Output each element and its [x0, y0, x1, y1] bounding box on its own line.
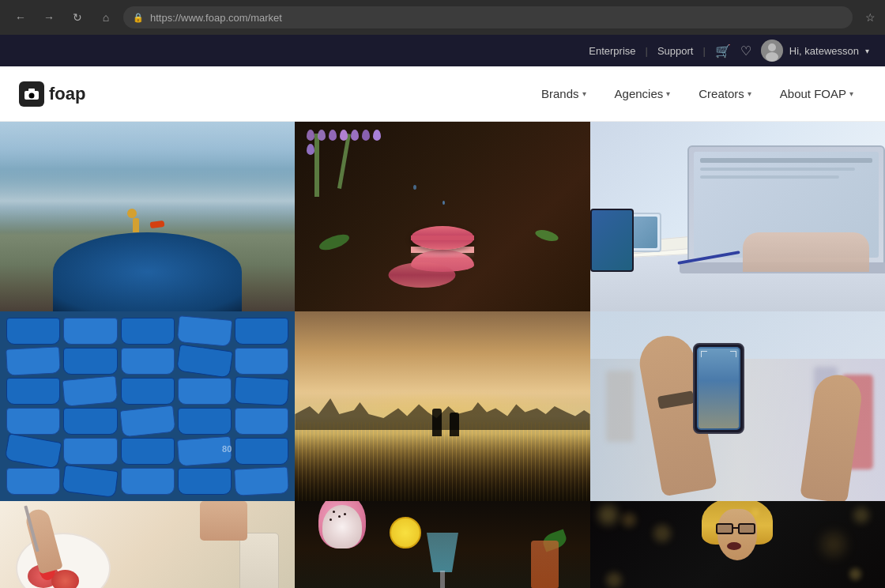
- support-link[interactable]: Support: [657, 45, 694, 57]
- photo-2-macarons[interactable]: [295, 122, 589, 311]
- photo-8-cocktails[interactable]: [295, 501, 589, 588]
- agencies-chevron: ▾: [666, 89, 670, 98]
- brands-label: Brands: [541, 87, 579, 100]
- about-chevron: ▾: [849, 89, 853, 98]
- url-display: https://www.foap.com/market: [150, 12, 843, 24]
- user-dropdown-icon: ▾: [865, 47, 869, 55]
- logo[interactable]: foap: [19, 81, 85, 107]
- photo-6-woman-phone[interactable]: [590, 311, 885, 501]
- photo-grid: 80: [0, 122, 885, 588]
- svg-rect-5: [28, 89, 35, 92]
- reload-button[interactable]: ↻: [66, 6, 88, 28]
- photo-3-laptop[interactable]: [590, 122, 885, 311]
- svg-point-2: [766, 52, 778, 62]
- about-label: About FOAP: [780, 87, 846, 100]
- creators-label: Creators: [699, 87, 744, 100]
- main-nav: foap Brands ▾ Agencies ▾ Creators ▾ Abou…: [0, 66, 885, 122]
- nav-links: Brands ▾ Agencies ▾ Creators ▾ About FOA…: [529, 81, 866, 107]
- svg-point-1: [768, 43, 776, 51]
- wishlist-icon[interactable]: ♡: [740, 43, 751, 58]
- nav-brands[interactable]: Brands ▾: [529, 81, 599, 107]
- photo-5-cityscape[interactable]: [295, 311, 589, 501]
- address-bar[interactable]: 🔒 https://www.foap.com/market: [123, 6, 853, 28]
- svg-point-4: [29, 92, 35, 98]
- avatar: [761, 40, 783, 62]
- home-button[interactable]: ⌂: [95, 6, 117, 28]
- nav-agencies[interactable]: Agencies ▾: [602, 81, 684, 107]
- photo-7-food-prep[interactable]: [0, 501, 295, 588]
- browser-chrome: ← → ↻ ⌂ 🔒 https://www.foap.com/market ☆: [0, 0, 885, 35]
- agencies-label: Agencies: [615, 87, 664, 100]
- cart-icon[interactable]: 🛒: [715, 43, 731, 58]
- utility-bar: Enterprise | Support | 🛒 ♡ Hi, katewesso…: [0, 35, 885, 66]
- back-button[interactable]: ←: [9, 6, 32, 28]
- divider-2: |: [702, 45, 705, 57]
- forward-button[interactable]: →: [38, 6, 60, 28]
- url-path: market: [250, 12, 282, 24]
- user-greeting-text: Hi, katewesson: [789, 45, 859, 57]
- creators-chevron: ▾: [748, 89, 751, 98]
- logo-text: foap: [49, 84, 85, 104]
- brands-chevron: ▾: [582, 89, 586, 98]
- bookmark-star-icon[interactable]: ☆: [865, 11, 876, 24]
- divider-1: |: [646, 45, 648, 57]
- photo-4-boats[interactable]: 80: [0, 311, 295, 501]
- photo-9-portrait[interactable]: [590, 501, 885, 588]
- enterprise-link[interactable]: Enterprise: [589, 45, 635, 57]
- url-base: https://www.foap.com/: [150, 12, 250, 24]
- photo-1-mountain[interactable]: [0, 122, 295, 311]
- user-menu[interactable]: Hi, katewesson ▾: [761, 40, 869, 62]
- nav-creators[interactable]: Creators ▾: [686, 81, 764, 107]
- ssl-icon: 🔒: [133, 13, 144, 23]
- logo-camera-icon: [19, 81, 44, 107]
- nav-about[interactable]: About FOAP ▾: [767, 81, 866, 107]
